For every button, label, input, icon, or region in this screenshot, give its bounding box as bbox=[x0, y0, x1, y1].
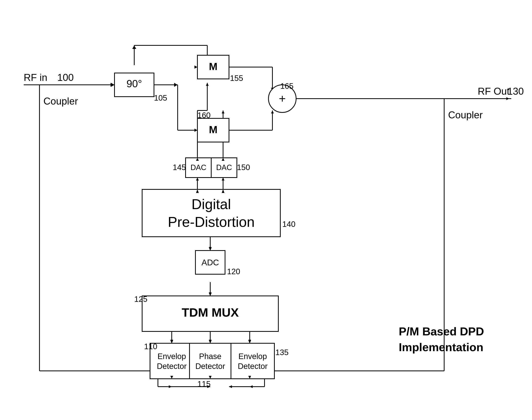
rf-out-label: RF Out bbox=[478, 86, 510, 97]
block-m2-number: 160 bbox=[197, 111, 211, 120]
rf-in-number: 100 bbox=[57, 72, 74, 83]
diagram-container: 90° 105 M 155 M 160 + 165 DAC 145 DAC 15… bbox=[0, 0, 532, 420]
block-phase-label-line2: Detector bbox=[195, 362, 225, 371]
block-tdm-label: TDM MUX bbox=[182, 306, 239, 319]
rf-in-label: RF in bbox=[24, 72, 47, 83]
dpd-label-line1: Digital bbox=[191, 196, 231, 212]
block-env1-label-line1: Envelop bbox=[157, 352, 186, 361]
block-90deg-number: 105 bbox=[154, 93, 167, 102]
block-dac2-number: 150 bbox=[237, 163, 250, 172]
block-adc-label: ADC bbox=[202, 258, 219, 267]
block-adc-number: 120 bbox=[227, 267, 240, 276]
block-env2-label-line1: Envelop bbox=[238, 352, 267, 361]
block-m1-label: M bbox=[209, 61, 217, 72]
block-env1-number: 110 bbox=[144, 342, 157, 351]
block-dac2-label: DAC bbox=[216, 163, 232, 172]
block-m2-label: M bbox=[209, 124, 217, 135]
block-sum-label: + bbox=[279, 92, 286, 105]
block-env2-label-line2: Detector bbox=[238, 362, 267, 371]
block-dpd-number: 140 bbox=[282, 220, 296, 228]
block-env1-label-line2: Detector bbox=[157, 362, 187, 371]
block-m1-number: 155 bbox=[230, 74, 243, 82]
block-phase-number: 115 bbox=[197, 380, 211, 388]
right-coupler-label: Coupler bbox=[448, 109, 483, 120]
block-sum-number: 165 bbox=[280, 82, 294, 90]
block-90deg-label: 90° bbox=[126, 78, 142, 89]
rf-out-number: 130 bbox=[507, 86, 524, 97]
title-line2: Implementation bbox=[399, 341, 484, 354]
svg-rect-62 bbox=[189, 343, 231, 379]
svg-rect-63 bbox=[231, 343, 274, 379]
block-phase-label-line1: Phase bbox=[199, 352, 221, 361]
block-dac1-number: 145 bbox=[173, 163, 186, 172]
dpd-label-line2: Pre-Distortion bbox=[168, 214, 255, 230]
title-line1: P/M Based DPD bbox=[399, 325, 484, 338]
block-env2-number: 135 bbox=[275, 348, 289, 357]
block-tdm-number: 125 bbox=[134, 295, 147, 303]
left-coupler-label: Coupler bbox=[43, 96, 78, 107]
block-dac1-label: DAC bbox=[190, 163, 206, 172]
